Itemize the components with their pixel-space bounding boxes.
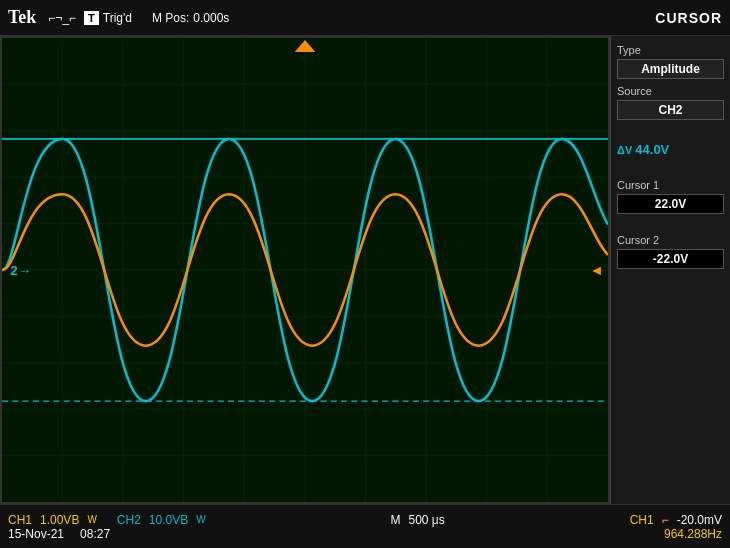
ch1-scale: 1.00VB (40, 513, 79, 527)
svg-text:2→: 2→ (10, 263, 31, 278)
bottom-bar: CH1 1.00VB W CH2 10.0VB W M 500 μs CH1 ⌐… (0, 504, 730, 548)
right-panel: Type Amplitude Source CH2 ΔV 44.0V Curso… (610, 36, 730, 504)
ch1-bottom-label: CH1 (8, 513, 32, 527)
trigger-wave-icon: ⌐¬_⌐ (48, 11, 76, 25)
type-label: Type (617, 44, 724, 56)
cursor1-section: Cursor 1 22.0V (617, 179, 724, 214)
oscilloscope-screen: 2→ ◄ (0, 36, 610, 504)
time-scale: 500 μs (409, 513, 445, 527)
bottom-row2: 15-Nov-21 08:27 964.288Hz (8, 527, 722, 541)
trig-status: Trig'd (103, 11, 132, 25)
top-bar: Tek ⌐¬_⌐ T Trig'd M Pos: 0.000s CURSOR (0, 0, 730, 36)
source-value: CH2 (617, 100, 724, 120)
type-value: Amplitude (617, 59, 724, 79)
cursor1-value: 22.0V (617, 194, 724, 214)
delta-v-section: ΔV 44.0V (617, 142, 724, 157)
time-label: M (391, 513, 401, 527)
delta-v-value: 44.0V (635, 142, 669, 157)
trig-badge: T (84, 11, 99, 25)
cursor2-section: Cursor 2 -22.0V (617, 234, 724, 269)
source-label: Source (617, 85, 724, 97)
ch1-coupling-label: CH1 (630, 513, 654, 527)
cursor2-value: -22.0V (617, 249, 724, 269)
ch2-bottom-label: CH2 (117, 513, 141, 527)
date-label: 15-Nov-21 (8, 527, 64, 541)
ch1-offset: -20.0mV (677, 513, 722, 527)
m-pos-label: M Pos: (152, 11, 189, 25)
svg-text:◄: ◄ (590, 262, 604, 278)
oscilloscope-display: Tek ⌐¬_⌐ T Trig'd M Pos: 0.000s CURSOR (0, 0, 730, 548)
bottom-row1: CH1 1.00VB W CH2 10.0VB W M 500 μs CH1 ⌐… (8, 513, 722, 527)
cursor-header-label: CURSOR (655, 10, 722, 26)
source-section: Source CH2 (617, 85, 724, 120)
freq-label: 964.288Hz (664, 527, 722, 541)
type-section: Type Amplitude (617, 44, 724, 79)
ch2-suffix: W (196, 514, 205, 525)
ch2-scale: 10.0VB (149, 513, 188, 527)
delta-v-display: ΔV 44.0V (617, 142, 724, 157)
ch1-coupling-symbol: ⌐ (662, 513, 669, 527)
cursor1-label: Cursor 1 (617, 179, 724, 191)
cursor2-label: Cursor 2 (617, 234, 724, 246)
ch1-suffix: W (87, 514, 96, 525)
main-area: 2→ ◄ Type Amplitude Source CH2 ΔV 44.0V (0, 36, 730, 504)
tek-logo: Tek (8, 7, 36, 28)
time-label-bottom: 08:27 (80, 527, 110, 541)
waveform-canvas: 2→ ◄ (2, 38, 608, 502)
m-pos-value: 0.000s (193, 11, 655, 25)
